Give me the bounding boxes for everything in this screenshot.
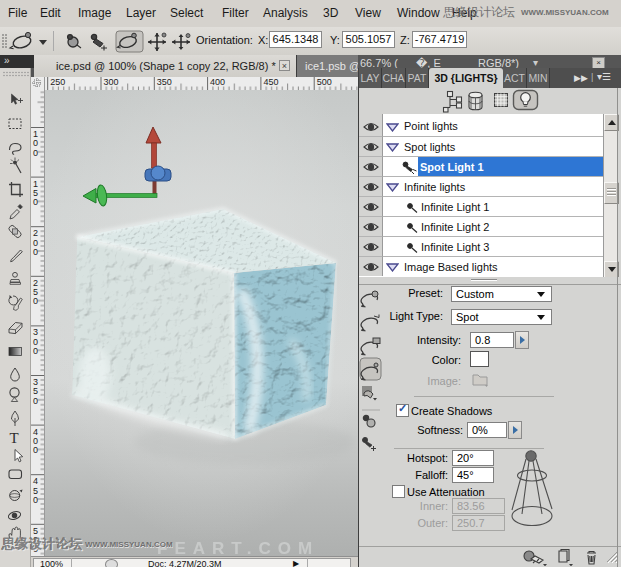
svg-text:0: 0: [33, 197, 38, 207]
svg-text:0: 0: [33, 247, 38, 257]
svg-text:0: 0: [33, 495, 38, 505]
svg-text:0: 0: [33, 396, 38, 406]
svg-text:400: 400: [210, 77, 225, 87]
svg-text:FEART.COM: FEART.COM: [157, 539, 319, 556]
svg-text:0: 0: [33, 148, 38, 158]
svg-text:T: T: [10, 430, 19, 446]
svg-text:500: 500: [317, 77, 332, 87]
svg-text:450: 450: [263, 77, 278, 87]
svg-text:250: 250: [50, 77, 65, 87]
svg-text:300: 300: [104, 77, 119, 87]
svg-text:0: 0: [33, 296, 38, 306]
svg-text:0: 0: [33, 346, 38, 356]
svg-text:350: 350: [157, 77, 172, 87]
svg-text:0: 0: [33, 445, 38, 455]
